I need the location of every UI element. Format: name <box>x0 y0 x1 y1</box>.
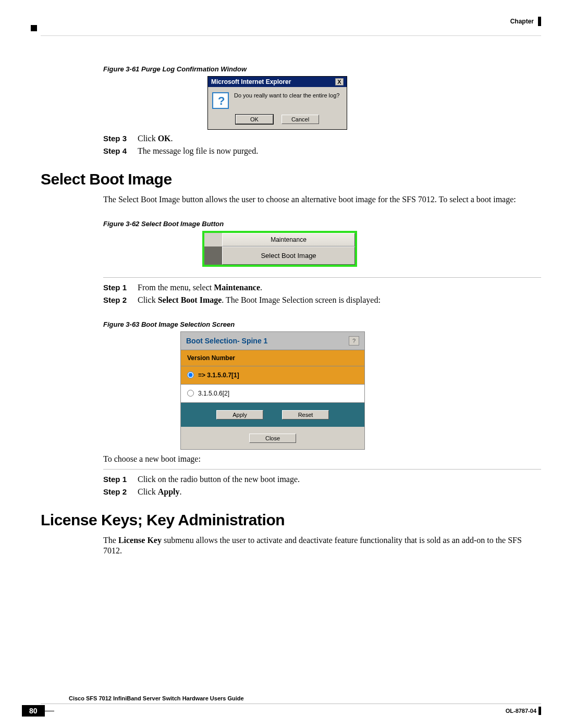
paragraph: The Select Boot Image button allows the … <box>41 194 541 205</box>
header-bar-icon <box>538 17 541 26</box>
page-footer: Cisco SFS 7012 InfiniBand Server Switch … <box>22 695 541 717</box>
step-label: Step 4 <box>103 146 132 156</box>
step-label: Step 2 <box>103 295 132 305</box>
page-tail-icon <box>45 711 54 711</box>
footer-bar-icon <box>538 707 541 715</box>
boot-selection-dialog: Boot Selection- Spine 1 ? Version Number… <box>180 331 365 450</box>
boot-option-2-label: 3.1.5.0.6[2] <box>198 390 229 397</box>
footer-rule <box>41 704 541 704</box>
apply-button[interactable]: Apply <box>216 410 263 419</box>
step-label: Step 1 <box>103 283 132 292</box>
step-text: Click on the radio button of the new boo… <box>138 475 300 484</box>
boot-option-1-label: => 3.1.5.0.7[1] <box>198 372 239 379</box>
paragraph: To choose a new boot image: <box>41 454 541 465</box>
purge-log-dialog: Microsoft Internet Explorer X Do you rea… <box>207 76 347 130</box>
ok-button[interactable]: OK <box>236 115 273 124</box>
square-bullet-icon <box>31 25 37 31</box>
figure-61-caption: Figure 3-61 Purge Log Confirmation Windo… <box>41 65 541 73</box>
boot-option-1[interactable]: => 3.1.5.0.7[1] <box>181 366 364 385</box>
figure-62-caption: Figure 3-62 Select Boot Image Button <box>41 220 541 228</box>
header-rule <box>41 35 541 36</box>
section-heading-license-keys: License Keys; Key Administration <box>41 511 541 529</box>
steps-block-a: Step 3 Click OK. Step 4 The message log … <box>41 134 541 156</box>
boot-option-2[interactable]: 3.1.5.0.6[2] <box>181 385 364 403</box>
dark-strip-icon <box>204 246 222 265</box>
reset-button[interactable]: Reset <box>282 410 329 419</box>
help-icon[interactable]: ? <box>349 336 359 346</box>
select-boot-button-figure: Maintenance Select Boot Image <box>202 231 357 267</box>
select-boot-image-menu-item[interactable]: Select Boot Image <box>222 246 355 265</box>
step-text: From the menu, select Maintenance. <box>138 283 262 292</box>
step-text: Click Apply. <box>138 487 181 497</box>
step-label: Step 3 <box>103 134 132 143</box>
dialog-message: Do you really want to clear the entire l… <box>234 92 339 109</box>
steps-block-b: Step 1 From the menu, select Maintenance… <box>41 283 541 305</box>
figure-63-caption: Figure 3-63 Boot Image Selection Screen <box>41 320 541 328</box>
step-text: The message log file is now purged. <box>138 146 258 156</box>
paragraph: The License Key submenu allows the user … <box>41 535 541 557</box>
page-number: 80 <box>22 705 45 717</box>
chapter-label: Chapter <box>510 18 534 25</box>
boot-option-2-radio[interactable] <box>187 390 194 397</box>
version-number-header: Version Number <box>181 350 364 366</box>
question-icon <box>212 92 229 109</box>
section-heading-select-boot: Select Boot Image <box>41 170 541 188</box>
doc-id: OL-8787-04 <box>506 707 541 715</box>
step-label: Step 2 <box>103 487 132 497</box>
boot-option-1-radio[interactable] <box>187 372 194 378</box>
step-text: Click OK. <box>138 134 173 143</box>
dialog-title: Boot Selection- Spine 1 <box>186 337 267 345</box>
dialog-titlebar: Microsoft Internet Explorer X <box>208 77 347 87</box>
section-rule <box>103 277 541 278</box>
section-rule <box>103 469 541 470</box>
maintenance-menu-item[interactable]: Maintenance <box>222 233 355 246</box>
close-button[interactable]: Close <box>249 434 296 443</box>
step-label: Step 1 <box>103 475 132 484</box>
page-header-right: Chapter <box>510 17 541 26</box>
footer-doc-title: Cisco SFS 7012 InfiniBand Server Switch … <box>22 695 541 701</box>
step-text: Click Select Boot Image. The Boot Image … <box>138 295 381 305</box>
steps-block-c: Step 1 Click on the radio button of the … <box>41 475 541 497</box>
close-icon[interactable]: X <box>335 78 344 85</box>
cancel-button[interactable]: Cancel <box>282 115 319 124</box>
dialog-title: Microsoft Internet Explorer <box>211 78 291 85</box>
